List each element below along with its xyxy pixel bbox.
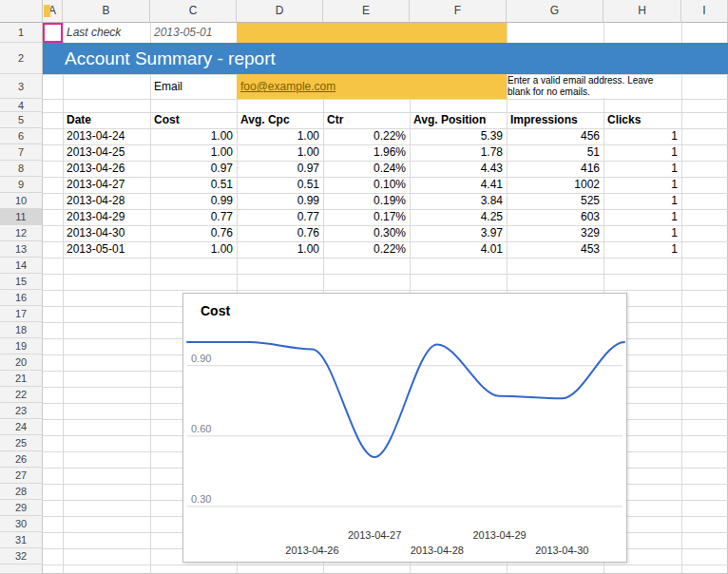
cell-impressions-row10[interactable]: 525 — [507, 193, 603, 209]
cell-email-label[interactable]: Email — [150, 74, 237, 99]
cell-clicks-row8[interactable]: 1 — [603, 161, 681, 177]
cell-avg-position-row7[interactable]: 1.78 — [410, 144, 507, 161]
row-header-14[interactable]: 14 — [0, 258, 43, 274]
cell-date-row8[interactable]: 2013-04-26 — [63, 161, 150, 177]
cell-impressions-row6[interactable]: 456 — [507, 128, 603, 144]
row-header-6[interactable]: 6 — [0, 128, 43, 144]
cell-avg-position-row8[interactable]: 4.43 — [410, 161, 507, 177]
table-header-cost[interactable]: Cost — [150, 112, 237, 128]
row-header-26[interactable]: 26 — [0, 451, 43, 468]
row-header-8[interactable]: 8 — [0, 161, 43, 177]
report-title-cell[interactable]: Account Summary - report — [43, 43, 728, 74]
cell-date-row9[interactable]: 2013-04-27 — [63, 177, 150, 193]
cell-cost-row13[interactable]: 1.00 — [150, 241, 237, 258]
column-header-c[interactable]: C — [150, 0, 237, 23]
cell-impressions-row11[interactable]: 603 — [507, 209, 603, 225]
cell-avg-position-row13[interactable]: 4.01 — [410, 241, 507, 258]
row-header-19[interactable]: 19 — [0, 338, 43, 354]
row-header-9[interactable]: 9 — [0, 177, 43, 193]
row-header-13[interactable]: 13 — [0, 241, 43, 258]
cell-clicks-row13[interactable]: 1 — [603, 241, 681, 258]
row-header-24[interactable]: 24 — [0, 419, 43, 435]
cell-cost-row12[interactable]: 0.76 — [150, 225, 237, 241]
row-header-5[interactable]: 5 — [0, 112, 43, 128]
highlighted-range-d1-f1[interactable] — [237, 23, 507, 43]
column-header-d[interactable]: D — [237, 0, 323, 23]
cell-cost-row6[interactable]: 1.00 — [150, 128, 237, 144]
cell-avg-position-row11[interactable]: 4.25 — [410, 209, 507, 225]
cell-cost-row11[interactable]: 0.77 — [150, 209, 237, 225]
column-header-f[interactable]: F — [410, 0, 507, 23]
cell-avg-position-row6[interactable]: 5.39 — [410, 128, 507, 144]
cell-impressions-row7[interactable]: 51 — [507, 144, 603, 161]
table-header-avg-position[interactable]: Avg. Position — [410, 112, 507, 128]
cell-date-row11[interactable]: 2013-04-29 — [63, 209, 150, 225]
cell-clicks-row9[interactable]: 1 — [603, 177, 681, 193]
cost-chart[interactable]: Cost 0.900.600.302013-04-262013-04-27201… — [182, 293, 627, 563]
row-header-22[interactable]: 22 — [0, 387, 43, 403]
cell-avg-cpc-row6[interactable]: 1.00 — [237, 128, 323, 144]
cell-email-input[interactable]: foo@example.com — [237, 74, 507, 99]
row-header-31[interactable]: 31 — [0, 532, 43, 548]
cell-clicks-row11[interactable]: 1 — [603, 209, 681, 225]
row-header-32[interactable]: 32 — [0, 548, 43, 564]
cell-ctr-row9[interactable]: 0.10% — [323, 177, 410, 193]
cell-avg-cpc-row10[interactable]: 0.99 — [237, 193, 323, 209]
cell-avg-cpc-row7[interactable]: 1.00 — [237, 144, 323, 161]
table-header-impressions[interactable]: Impressions — [507, 112, 603, 128]
table-header-clicks[interactable]: Clicks — [603, 112, 681, 128]
row-header-7[interactable]: 7 — [0, 144, 43, 161]
row-header-18[interactable]: 18 — [0, 322, 43, 338]
row-header-2[interactable]: 2 — [0, 43, 43, 74]
cell-clicks-row12[interactable]: 1 — [603, 225, 681, 241]
column-header-h[interactable]: H — [603, 0, 681, 23]
cell-avg-cpc-row9[interactable]: 0.51 — [237, 177, 323, 193]
row-header-12[interactable]: 12 — [0, 225, 43, 241]
row-header-29[interactable]: 29 — [0, 500, 43, 516]
cell-last-check-label[interactable]: Last check — [63, 23, 150, 43]
table-header-ctr[interactable]: Ctr — [323, 112, 410, 128]
cell-ctr-row8[interactable]: 0.24% — [323, 161, 410, 177]
cell-last-check-value[interactable]: 2013-05-01 — [150, 23, 237, 43]
row-header-20[interactable]: 20 — [0, 354, 43, 371]
cell-ctr-row13[interactable]: 0.22% — [323, 241, 410, 258]
row-header-11[interactable]: 11 — [0, 209, 43, 225]
select-all-corner[interactable] — [0, 0, 43, 23]
cell-impressions-row9[interactable]: 1002 — [507, 177, 603, 193]
cell-ctr-row6[interactable]: 0.22% — [323, 128, 410, 144]
cell-date-row7[interactable]: 2013-04-25 — [63, 144, 150, 161]
cell-ctr-row11[interactable]: 0.17% — [323, 209, 410, 225]
row-header-10[interactable]: 10 — [0, 193, 43, 209]
table-header-date[interactable]: Date — [63, 112, 150, 128]
table-header-avg-cpc[interactable]: Avg. Cpc — [237, 112, 323, 128]
cell-date-row13[interactable]: 2013-05-01 — [63, 241, 150, 258]
column-header-e[interactable]: E — [323, 0, 410, 23]
column-header-g[interactable]: G — [507, 0, 603, 23]
row-header-16[interactable]: 16 — [0, 290, 43, 306]
cell-avg-cpc-row11[interactable]: 0.77 — [237, 209, 323, 225]
row-header-4[interactable]: 4 — [0, 99, 43, 112]
cell-avg-position-row9[interactable]: 4.41 — [410, 177, 507, 193]
row-header-25[interactable]: 25 — [0, 435, 43, 451]
cell-cost-row7[interactable]: 1.00 — [150, 144, 237, 161]
cell-ctr-row12[interactable]: 0.30% — [323, 225, 410, 241]
cell-clicks-row10[interactable]: 1 — [603, 193, 681, 209]
cell-impressions-row8[interactable]: 416 — [507, 161, 603, 177]
row-header-15[interactable]: 15 — [0, 274, 43, 290]
cell-date-row10[interactable]: 2013-04-28 — [63, 193, 150, 209]
row-header-27[interactable]: 27 — [0, 468, 43, 484]
cell-ctr-row10[interactable]: 0.19% — [323, 193, 410, 209]
cell-clicks-row6[interactable]: 1 — [603, 128, 681, 144]
column-header-b[interactable]: B — [63, 0, 150, 23]
cell-cost-row8[interactable]: 0.97 — [150, 161, 237, 177]
cell-avg-cpc-row8[interactable]: 0.97 — [237, 161, 323, 177]
row-header-3[interactable]: 3 — [0, 74, 43, 99]
column-header-i[interactable]: I — [681, 0, 728, 23]
row-header-28[interactable]: 28 — [0, 484, 43, 500]
cell-avg-cpc-row13[interactable]: 1.00 — [237, 241, 323, 258]
row-header-21[interactable]: 21 — [0, 371, 43, 387]
cell-clicks-row7[interactable]: 1 — [603, 144, 681, 161]
row-header-1[interactable]: 1 — [0, 23, 43, 43]
cell-date-row12[interactable]: 2013-04-30 — [63, 225, 150, 241]
cell-ctr-row7[interactable]: 1.96% — [323, 144, 410, 161]
